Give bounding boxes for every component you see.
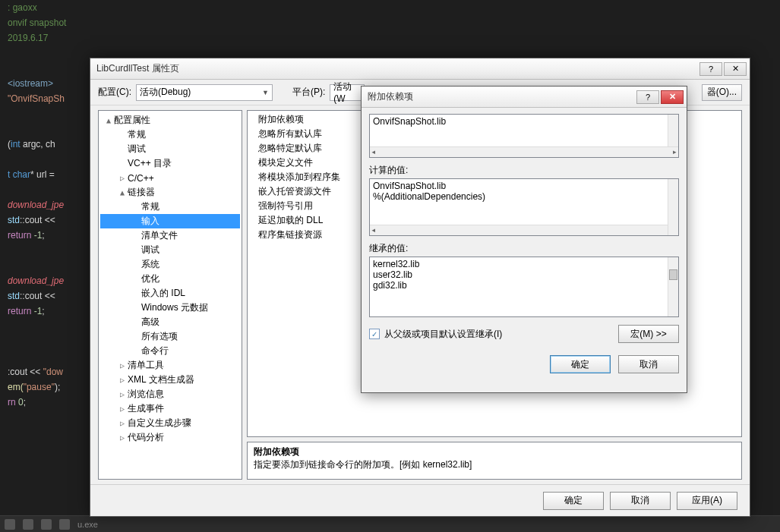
tree-ccpp[interactable]: ▷C/C++ xyxy=(100,171,240,185)
scrollbar-horizontal[interactable] xyxy=(370,225,678,235)
tree-linker-all[interactable]: 所有选项 xyxy=(100,329,240,344)
macros-button[interactable]: 宏(M) >> xyxy=(618,325,679,343)
status-icon xyxy=(41,519,52,530)
tree-build[interactable]: ▷生成事件 xyxy=(100,401,240,416)
tree-linker-debug[interactable]: 调试 xyxy=(100,243,240,257)
tree-linker-cmd[interactable]: 命令行 xyxy=(100,344,240,358)
cancel-button[interactable]: 取消 xyxy=(610,492,671,510)
dialog-title: LibCurdllTest 属性页 xyxy=(96,62,699,75)
list-item: %(AdditionalDependencies) xyxy=(373,191,675,202)
tree-browse[interactable]: ▷浏览信息 xyxy=(100,387,240,401)
scrollbar-vertical[interactable] xyxy=(668,257,678,316)
status-text: u.exe xyxy=(77,520,98,529)
platform-label: 平台(P): xyxy=(292,86,325,99)
tree-linker-manifest[interactable]: 清单文件 xyxy=(100,228,240,243)
list-item: kernel32.lib xyxy=(373,259,675,269)
list-item: gdi32.lib xyxy=(373,280,675,291)
list-item: OnvifSnapShot.lib xyxy=(373,181,675,191)
tree-xml[interactable]: ▷XML 文档生成器 xyxy=(100,373,240,387)
apply-button[interactable]: 应用(A) xyxy=(677,492,737,510)
tree-linker-system[interactable]: 系统 xyxy=(100,257,240,272)
tree-linker-adv[interactable]: 高级 xyxy=(100,315,240,329)
config-manager-button[interactable]: 器(O)... xyxy=(702,84,742,101)
titlebar[interactable]: LibCurdllTest 属性页 ? ✕ xyxy=(90,58,750,80)
scrollbar-horizontal[interactable] xyxy=(370,146,678,157)
tree-debug[interactable]: 调试 xyxy=(100,142,240,156)
tree-linker-opt[interactable]: 优化 xyxy=(100,272,240,286)
ok-button[interactable]: 确定 xyxy=(550,355,611,373)
titlebar[interactable]: 附加依赖项 ? ✕ xyxy=(362,87,687,108)
desc-body: 指定要添加到链接命令行的附加项。[例如 kernel32.lib] xyxy=(254,458,735,471)
tree-linker-input[interactable]: 输入 xyxy=(100,214,240,228)
scrollbar-vertical[interactable] xyxy=(668,115,678,146)
tree-root[interactable]: ▲配置属性 xyxy=(100,113,240,127)
status-icon xyxy=(5,519,15,530)
config-label: 配置(C): xyxy=(98,86,131,99)
status-icon xyxy=(59,519,70,530)
tree-code-analysis[interactable]: ▷代码分析 xyxy=(100,430,240,445)
scrollbar-vertical[interactable] xyxy=(668,179,678,235)
ok-button[interactable]: 确定 xyxy=(543,492,604,510)
tree-vcdir[interactable]: VC++ 目录 xyxy=(100,156,240,171)
calc-label: 计算的值: xyxy=(369,164,679,177)
deps-input[interactable]: OnvifSnapShot.lib xyxy=(369,114,679,158)
calculated-values-list: OnvifSnapShot.lib %(AdditionalDependenci… xyxy=(369,178,679,236)
additional-deps-dialog: 附加依赖项 ? ✕ OnvifSnapShot.lib 计算的值: OnvifS… xyxy=(361,86,687,393)
desc-title: 附加依赖项 xyxy=(254,445,735,458)
tree-linker-idl[interactable]: 嵌入的 IDL xyxy=(100,286,240,301)
inherit-label: 从父级或项目默认设置继承(I) xyxy=(384,328,502,341)
description-box: 附加依赖项 指定要添加到链接命令行的附加项。[例如 kernel32.lib] xyxy=(247,442,742,480)
inherit-checkbox[interactable]: ✓ xyxy=(369,329,380,339)
tree-general[interactable]: 常规 xyxy=(100,127,240,142)
close-button[interactable]: ✕ xyxy=(661,90,684,104)
close-button[interactable]: ✕ xyxy=(724,62,747,76)
tree-custom[interactable]: ▷自定义生成步骤 xyxy=(100,416,240,430)
dialog-title: 附加依赖项 xyxy=(368,90,636,103)
tree-manifest-tool[interactable]: ▷清单工具 xyxy=(100,358,240,373)
tree-linker-general[interactable]: 常规 xyxy=(100,200,240,214)
list-item: user32.lib xyxy=(373,269,675,280)
tree-linker-winmd[interactable]: Windows 元数据 xyxy=(100,301,240,315)
platform-dropdown[interactable]: 活动(W xyxy=(330,84,365,101)
status-bar: u.exe xyxy=(0,515,780,532)
status-icon xyxy=(23,519,33,530)
inherited-label: 继承的值: xyxy=(369,242,679,255)
config-dropdown[interactable]: 活动(Debug)▼ xyxy=(136,84,273,101)
help-button[interactable]: ? xyxy=(699,62,722,76)
cancel-button[interactable]: 取消 xyxy=(618,355,679,373)
help-button[interactable]: ? xyxy=(636,90,659,104)
category-tree[interactable]: ▲配置属性 常规 调试 VC++ 目录 ▷C/C++ ▲链接器 常规 输入 清单… xyxy=(98,110,242,480)
tree-linker[interactable]: ▲链接器 xyxy=(100,185,240,200)
inherited-values-list: kernel32.lib user32.lib gdi32.lib xyxy=(369,257,679,317)
